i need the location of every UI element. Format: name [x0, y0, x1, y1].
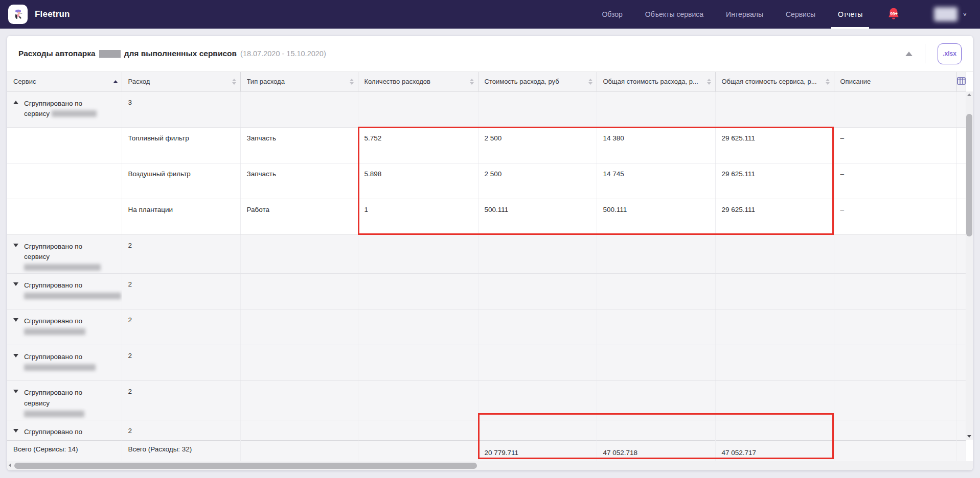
cell-empty	[358, 274, 478, 309]
cell-empty	[956, 309, 966, 345]
cell-empty	[358, 345, 478, 381]
expand-group-icon[interactable]	[13, 354, 18, 357]
cell-expense-type: Запчасть	[240, 163, 358, 199]
cell-unit-cost: 2 500	[478, 163, 597, 199]
cell-total-cost: 14 745	[597, 163, 715, 199]
column-label: Тип расхода	[247, 78, 285, 85]
column-header[interactable]: Общая стоимость расхода, р...	[597, 72, 715, 91]
cell-expense: Воздушный фильтр	[122, 163, 240, 199]
sort-icon[interactable]	[588, 79, 592, 85]
horizontal-scrollbar-thumb[interactable]	[14, 463, 477, 469]
cell-empty	[240, 420, 358, 441]
cell-empty	[956, 381, 966, 420]
cell-empty	[240, 309, 358, 345]
cell-empty	[240, 234, 358, 274]
cell-expense-count: 2	[122, 309, 240, 345]
expenses-table: СервисРасходТип расходаКоличество расход…	[7, 72, 966, 461]
scroll-down-arrow-icon[interactable]	[967, 435, 971, 438]
nav-item-link[interactable]: Сервисы	[774, 0, 827, 29]
column-header[interactable]: Расход	[122, 72, 240, 91]
column-header[interactable]: Описание	[834, 72, 956, 91]
cell-empty	[358, 381, 478, 420]
cell-description: –	[834, 127, 956, 163]
cell-total-cost: 500.111	[597, 199, 715, 234]
cell-empty	[715, 420, 834, 441]
expand-group-icon[interactable]	[13, 390, 18, 393]
scroll-left-arrow-icon[interactable]	[9, 463, 11, 467]
group-label: Сгруппировано посервису	[24, 99, 97, 120]
cell-expense-type: Запчасть	[240, 127, 358, 163]
cell-empty	[834, 420, 956, 441]
vertical-scrollbar-thumb[interactable]	[966, 114, 972, 236]
vertical-scrollbar[interactable]	[966, 91, 973, 440]
cell-empty	[956, 127, 966, 163]
cell-empty	[834, 345, 956, 381]
nav-item-active[interactable]: Отчеты	[827, 0, 874, 29]
expand-group-icon[interactable]	[13, 318, 18, 322]
group-label: Сгруппировано по	[24, 316, 85, 338]
column-header[interactable]: Стоимость расхода, руб	[478, 72, 597, 91]
column-header[interactable]: Количество расходов	[358, 72, 478, 91]
scroll-up-arrow-icon[interactable]	[967, 93, 971, 96]
detail-row: Топливный фильтрЗапчасть5.7522 50014 380…	[7, 127, 966, 163]
cell-service-group: Сгруппировано по	[7, 420, 122, 441]
brand-name: Fleetrun	[35, 9, 70, 19]
cell-service-group: Сгруппировано по	[7, 345, 122, 381]
sort-icon[interactable]	[232, 79, 236, 85]
table-header-row: СервисРасходТип расходаКоличество расход…	[7, 72, 966, 91]
cell-service	[7, 199, 122, 234]
sort-icon[interactable]	[826, 79, 830, 85]
cell-empty	[834, 381, 956, 420]
export-xlsx-button[interactable]: .xlsx	[938, 43, 962, 64]
nav-item-link[interactable]: Объекты сервиса	[634, 0, 715, 29]
fleet-name-redacted	[99, 50, 121, 58]
notifications-bell[interactable]: 99+	[886, 7, 901, 22]
group-row: Сгруппировано по2	[7, 345, 966, 381]
cell-empty	[597, 420, 715, 441]
cell-empty	[834, 234, 956, 274]
redacted-text	[24, 264, 101, 271]
cell-services-total-label: Всего (Сервисы: 14)	[7, 441, 122, 461]
sort-icon[interactable]	[470, 79, 474, 85]
expand-group-icon[interactable]	[13, 429, 18, 433]
column-label: Расход	[128, 78, 150, 85]
sort-icon[interactable]	[707, 79, 711, 85]
collapse-report-button[interactable]	[905, 52, 913, 56]
main-navigation: ОбзорОбъекты сервисаИнтервалыСервисыОтче…	[590, 0, 874, 29]
fleetrun-logo[interactable]	[8, 5, 28, 24]
sort-icon[interactable]	[113, 80, 118, 83]
report-period: (18.07.2020 - 15.10.2020)	[240, 50, 326, 58]
collapse-group-icon[interactable]	[13, 101, 18, 104]
group-row: Сгруппировано по2	[7, 274, 966, 309]
group-row: Сгруппировано посервису 2	[7, 234, 966, 274]
report-title: Расходы автопарка для выполненных сервис…	[18, 49, 326, 58]
group-row: Сгруппировано по2	[7, 420, 966, 441]
cell-service	[7, 163, 122, 199]
column-label: Общая стоимость расхода, р...	[603, 78, 698, 85]
expand-group-icon[interactable]	[13, 282, 18, 286]
cell-empty	[358, 234, 478, 274]
bell-icon	[886, 7, 901, 22]
group-row: Сгруппировано по2	[7, 309, 966, 345]
fleetrun-logo-character	[11, 8, 25, 21]
cell-expense: Топливный фильтр	[122, 127, 240, 163]
report-table-area: СервисРасходТип расходаКоличество расход…	[7, 71, 973, 461]
cell-empty	[478, 381, 597, 420]
nav-item-link[interactable]: Интервалы	[715, 0, 774, 29]
column-header[interactable]: Сервис	[7, 72, 122, 91]
cell-empty	[834, 274, 956, 309]
nav-item-link[interactable]: Обзор	[590, 0, 633, 29]
expand-group-icon[interactable]	[13, 244, 18, 247]
group-label: Сгруппировано посервису	[24, 388, 84, 420]
column-settings-button[interactable]	[956, 72, 966, 91]
cell-empty	[478, 274, 597, 309]
cell-empty	[956, 420, 966, 441]
cell-empty	[715, 91, 834, 127]
cell-empty	[358, 441, 478, 461]
horizontal-scrollbar[interactable]	[7, 461, 973, 470]
sort-icon[interactable]	[350, 79, 354, 85]
column-header[interactable]: Тип расхода	[240, 72, 358, 91]
top-nav: Fleetrun ОбзорОбъекты сервисаИнтервалыСе…	[0, 0, 980, 29]
user-menu[interactable]: ˅	[934, 7, 967, 21]
column-header[interactable]: Общая стоимость сервиса, р...	[715, 72, 834, 91]
